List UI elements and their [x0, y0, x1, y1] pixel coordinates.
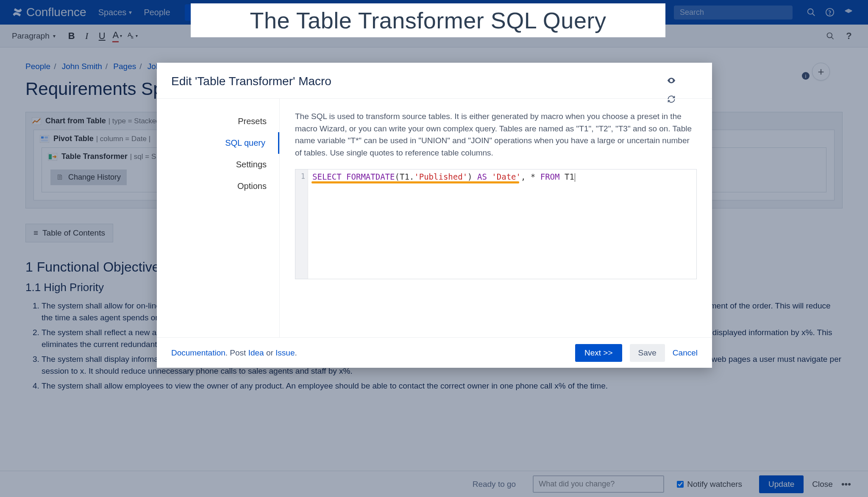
tab-options[interactable]: Options [157, 175, 279, 197]
modal-footer-links: Documentation. Post Idea or Issue. [171, 348, 297, 358]
preview-icon[interactable] [666, 75, 676, 86]
sql-editor[interactable]: 1 SELECT FORMATDATE(T1.'Published') AS '… [295, 169, 697, 279]
modal-sidebar: Presets SQL query Settings Options [157, 99, 280, 337]
issue-link[interactable]: Issue [275, 348, 295, 357]
text-cursor [575, 173, 575, 182]
line-gutter: 1 [295, 169, 308, 279]
save-button[interactable]: Save [630, 344, 665, 362]
tab-presets[interactable]: Presets [157, 111, 279, 132]
highlight-underline [312, 181, 519, 183]
modal-main: The SQL is used to transform source tabl… [280, 99, 712, 337]
modal-footer: Documentation. Post Idea or Issue. Next … [157, 337, 712, 368]
tab-sql-query[interactable]: SQL query [157, 132, 279, 154]
modal-title: Edit 'Table Transformer' Macro [157, 63, 712, 98]
slide-title-overlay: The Table Transformer SQL Query [191, 3, 665, 37]
sql-help-text: The SQL is used to transform source tabl… [295, 111, 697, 159]
refresh-icon[interactable] [666, 94, 676, 104]
next-button[interactable]: Next >> [575, 344, 622, 362]
edit-macro-modal: Edit 'Table Transformer' Macro Presets S… [157, 63, 712, 368]
cancel-button[interactable]: Cancel [673, 348, 698, 358]
sql-code[interactable]: SELECT FORMATDATE(T1.'Published') AS 'Da… [308, 169, 696, 279]
documentation-link[interactable]: Documentation [171, 348, 225, 357]
line-number: 1 [295, 172, 308, 180]
modal-body: Presets SQL query Settings Options The S… [157, 98, 712, 337]
tab-settings[interactable]: Settings [157, 154, 279, 175]
idea-link[interactable]: Idea [248, 348, 264, 357]
